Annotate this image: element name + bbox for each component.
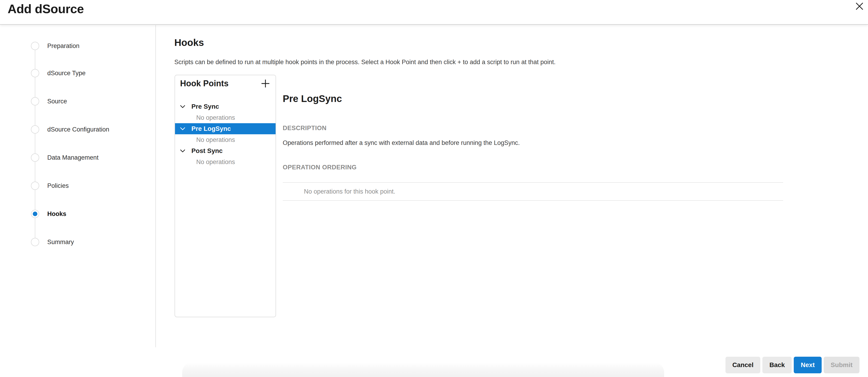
page-title: Add dSource: [8, 0, 84, 17]
step-circle-icon: [31, 42, 39, 50]
wizard-footer-actions: Cancel Back Next Submit: [725, 357, 860, 373]
next-button[interactable]: Next: [794, 357, 822, 373]
selected-hook-title: Pre LogSync: [283, 93, 342, 105]
step-label: Hooks: [47, 210, 66, 218]
step-label: Source: [47, 98, 67, 105]
chevron-down-icon[interactable]: [180, 105, 185, 108]
operation-ordering-list: No operations for this hook point.: [283, 182, 783, 201]
operation-ordering-section-label: OPERATION ORDERING: [283, 164, 357, 171]
add-hook-button[interactable]: [260, 79, 271, 89]
submit-button-disabled: Submit: [824, 357, 860, 373]
step-circle-icon: [31, 181, 39, 190]
hook-point-post-sync-operations: No operations: [175, 156, 276, 168]
stepper-step-hooks-active[interactable]: Hooks: [0, 209, 66, 219]
step-circle-icon: [31, 69, 39, 77]
hook-point-pre-logsync-operations: No operations: [175, 134, 276, 145]
bottom-sheet-shadow: [182, 362, 664, 377]
step-circle-icon: [31, 238, 39, 246]
add-dsource-wizard: Add dSource Preparation dSource Type Sou…: [0, 0, 868, 377]
hook-points-tree: Pre Sync No operations Pre LogSync No op…: [175, 101, 276, 168]
close-icon: [855, 2, 864, 11]
step-label: Preparation: [47, 42, 80, 50]
hook-point-label: Post Sync: [191, 147, 222, 154]
hook-point-pre-sync-operations: No operations: [175, 112, 276, 123]
wizard-stepper-sidebar: Preparation dSource Type Source dSource …: [0, 25, 156, 347]
step-label: Summary: [47, 238, 74, 246]
step-label: dSource Configuration: [47, 126, 109, 133]
description-section-label: DESCRIPTION: [283, 124, 327, 132]
stepper-step-dsource-configuration[interactable]: dSource Configuration: [0, 124, 109, 135]
chevron-down-icon[interactable]: [180, 127, 185, 130]
step-label: Policies: [47, 182, 69, 190]
step-circle-icon: [31, 153, 39, 162]
hook-points-panel: Hook Points Pre Sync No operations: [175, 75, 276, 317]
plus-icon: [261, 79, 270, 88]
operation-ordering-empty-message: No operations for this hook point.: [304, 188, 395, 195]
step-circle-active-icon: [31, 210, 39, 218]
stepper-step-policies[interactable]: Policies: [0, 181, 69, 191]
stepper-step-data-management[interactable]: Data Management: [0, 152, 98, 163]
hook-point-post-sync[interactable]: Post Sync: [175, 145, 276, 156]
hooks-step-instructions: Scripts can be defined to run at multipl…: [174, 58, 811, 66]
step-circle-icon: [31, 97, 39, 106]
selected-hook-description: Operations performed after a sync with e…: [283, 139, 790, 147]
close-button[interactable]: [854, 1, 865, 12]
stepper-step-summary[interactable]: Summary: [0, 237, 74, 247]
hook-point-pre-sync[interactable]: Pre Sync: [175, 101, 276, 112]
stepper-step-source[interactable]: Source: [0, 96, 67, 106]
cancel-button[interactable]: Cancel: [725, 357, 761, 373]
hook-point-label: Pre LogSync: [191, 125, 231, 133]
wizard-header: Add dSource: [0, 0, 868, 25]
stepper-step-dsource-type[interactable]: dSource Type: [0, 68, 86, 78]
hook-point-pre-logsync-selected[interactable]: Pre LogSync: [175, 123, 276, 134]
step-circle-icon: [31, 125, 39, 134]
step-label: dSource Type: [47, 70, 86, 77]
back-button[interactable]: Back: [763, 357, 792, 373]
chevron-down-icon[interactable]: [180, 149, 185, 152]
hook-point-label: Pre Sync: [191, 103, 219, 110]
hook-points-title: Hook Points: [180, 79, 228, 89]
step-label: Data Management: [47, 154, 98, 161]
hooks-step-heading: Hooks: [174, 36, 204, 49]
stepper-step-preparation[interactable]: Preparation: [0, 41, 80, 51]
